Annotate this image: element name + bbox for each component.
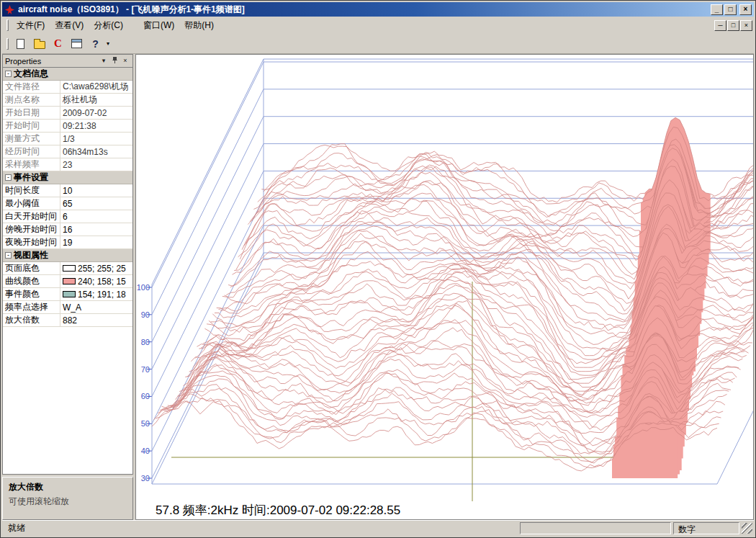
property-row[interactable]: 频率点选择W_A (3, 301, 132, 314)
menu-file[interactable]: 文件(F) (12, 17, 50, 35)
chart-panel: 1009080706050403057.8 频率:2kHz 时间:2009-07… (135, 54, 754, 520)
property-label: 放大倍数 (3, 314, 60, 326)
property-label: 开始日期 (3, 107, 60, 119)
property-value[interactable]: 10 (60, 186, 132, 196)
property-value[interactable]: 65 (60, 199, 132, 209)
property-value[interactable]: 882 (60, 315, 132, 326)
properties-button[interactable] (68, 35, 86, 52)
property-label: 傍晚开始时间 (3, 223, 60, 236)
panel-close-icon[interactable]: × (120, 56, 130, 66)
property-label: 页面底色 (3, 262, 60, 274)
property-value[interactable]: C:\awa6298\机场 (60, 81, 132, 93)
property-label: 夜晚开始时间 (3, 236, 60, 248)
mdi-close-button[interactable]: × (740, 20, 752, 31)
property-row[interactable]: 经历时间06h34m13s (3, 145, 132, 158)
section-title: 文档信息 (14, 68, 48, 80)
property-value[interactable]: 23 (60, 160, 132, 170)
pin-icon[interactable] (109, 56, 120, 66)
property-row[interactable]: 夜晚开始时间19 (3, 236, 132, 249)
toolbar: C ? ▾ (2, 34, 754, 54)
collapse-icon[interactable]: - (5, 252, 12, 259)
property-help-title: 放大倍数 (9, 481, 127, 493)
close-button[interactable]: × (739, 4, 752, 15)
cursor-readout: 57.8 频率:2kHz 时间:2009-07-02 09:22:28.55 (156, 503, 400, 517)
property-value[interactable]: 09:21:38 (60, 121, 132, 131)
property-value[interactable]: 栎社机场 (60, 94, 132, 106)
property-value[interactable]: 154; 191; 18 (60, 290, 132, 300)
collapse-icon[interactable]: - (5, 174, 12, 181)
y-tick-label: 70 (141, 365, 150, 374)
menu-view[interactable]: 查看(V) (50, 17, 89, 35)
property-section-header[interactable]: -视图属性 (3, 249, 132, 262)
y-tick-label: 40 (141, 447, 150, 455)
property-row[interactable]: 最小阈值65 (3, 197, 132, 210)
property-row[interactable]: 开始日期2009-07-02 (3, 107, 132, 120)
property-value[interactable]: 2009-07-02 (60, 108, 132, 118)
y-tick-label: 90 (141, 310, 150, 319)
property-label: 采样频率 (3, 158, 60, 171)
new-document-button[interactable] (12, 35, 30, 52)
property-label: 经历时间 (3, 145, 60, 158)
property-label: 测点名称 (3, 94, 60, 106)
mdi-minimize-button[interactable]: ─ (714, 20, 726, 31)
section-title: 视图属性 (14, 249, 48, 261)
y-tick-label: 30 (141, 474, 150, 483)
color-swatch (63, 278, 76, 284)
property-label: 开始时间 (3, 120, 60, 132)
toolbar-grip[interactable] (6, 38, 9, 50)
property-section-header[interactable]: -事件设置 (3, 171, 132, 184)
property-row[interactable]: 测量方式1/3 (3, 133, 132, 145)
property-value[interactable]: 19 (60, 238, 132, 248)
resize-grip[interactable] (742, 523, 752, 534)
property-row[interactable]: 文件路径C:\awa6298\机场 (3, 81, 132, 94)
property-row[interactable]: 曲线颜色240; 158; 15 (3, 275, 132, 288)
y-tick-label: 50 (141, 419, 150, 428)
property-value[interactable]: 6 (60, 212, 132, 222)
y-tick-label: 80 (141, 338, 150, 346)
properties-panel-title: Properties (5, 57, 98, 66)
window-title: aircraft noise（ISO3891） - [飞机噪声分析1-事件1频谱… (18, 4, 711, 16)
collapse-icon[interactable]: - (5, 71, 12, 77)
c-report-button[interactable]: C (49, 35, 67, 52)
property-label: 频率点选择 (3, 301, 60, 313)
help-icon: ? (92, 38, 99, 50)
property-row[interactable]: 开始时间09:21:38 (3, 120, 132, 133)
c-report-icon: C (54, 37, 62, 50)
property-row[interactable]: 采样频率23 (3, 158, 132, 171)
property-row[interactable]: 时间长度10 (3, 184, 132, 197)
property-value[interactable]: 16 (60, 225, 132, 235)
color-swatch (63, 291, 76, 297)
property-section-header[interactable]: -文档信息 (3, 68, 132, 81)
status-num-indicator: 数字 (673, 522, 739, 534)
title-bar: aircraft noise（ISO3891） - [飞机噪声分析1-事件1频谱… (2, 2, 754, 17)
property-value[interactable]: 255; 255; 25 (60, 264, 132, 274)
property-grid: -文档信息文件路径C:\awa6298\机场测点名称栎社机场开始日期2009-0… (2, 67, 133, 475)
menu-help[interactable]: 帮助(H) (179, 17, 219, 35)
property-label: 白天开始时间 (3, 210, 60, 223)
property-row[interactable]: 测点名称栎社机场 (3, 94, 132, 107)
help-button[interactable]: ? (86, 35, 104, 52)
panel-menu-chevron-icon[interactable]: ▾ (99, 56, 109, 66)
open-file-button[interactable] (30, 35, 48, 52)
app-window: aircraft noise（ISO3891） - [飞机噪声分析1-事件1频谱… (0, 0, 756, 538)
restore-button[interactable]: □ (724, 4, 737, 15)
property-row[interactable]: 放大倍数882 (3, 314, 132, 327)
new-document-icon (17, 39, 24, 49)
waterfall-spectrum-chart[interactable]: 1009080706050403057.8 频率:2kHz 时间:2009-07… (136, 55, 753, 519)
mdi-restore-button[interactable]: □ (727, 20, 739, 31)
property-row[interactable]: 页面底色255; 255; 25 (3, 262, 132, 275)
menu-grip[interactable] (6, 19, 9, 31)
property-value[interactable]: 1/3 (60, 134, 132, 144)
menu-analysis[interactable]: 分析(C) (89, 17, 128, 35)
menu-window[interactable]: 窗口(W) (138, 17, 179, 35)
property-row[interactable]: 事件颜色154; 191; 18 (3, 288, 132, 301)
minimize-button[interactable]: _ (711, 4, 723, 15)
toolbar-overflow-chevron-icon[interactable]: ▾ (107, 40, 109, 47)
property-value[interactable]: 240; 158; 15 (60, 277, 132, 287)
property-label: 文件路径 (3, 81, 60, 93)
property-row[interactable]: 傍晚开始时间16 (3, 223, 132, 236)
property-row[interactable]: 白天开始时间6 (3, 210, 132, 223)
property-value[interactable]: W_A (60, 302, 132, 313)
status-panel-blank (520, 522, 671, 534)
property-value[interactable]: 06h34m13s (60, 147, 132, 157)
